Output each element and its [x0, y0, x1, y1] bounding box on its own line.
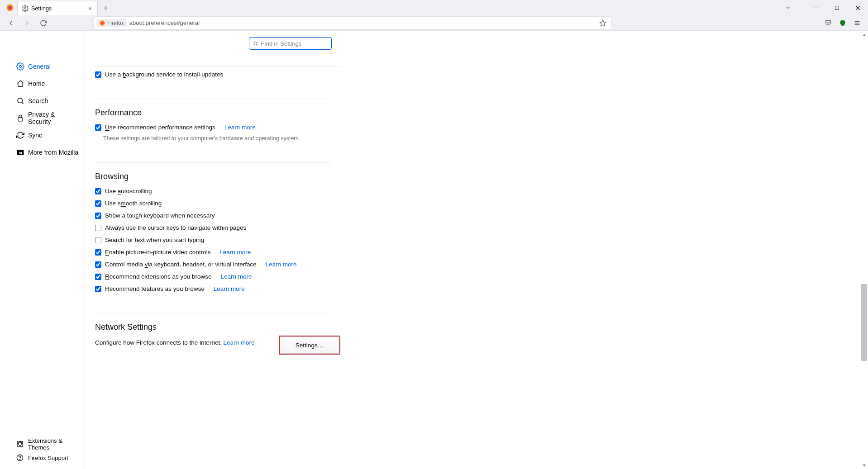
sidebar-item-support[interactable]: Firefox Support	[0, 451, 85, 464]
sidebar-item-label: Search	[28, 97, 48, 104]
perf-hint: These settings are tailored to your comp…	[103, 133, 340, 144]
recommended-perf-checkbox[interactable]	[95, 124, 101, 131]
row-background-service: Use a background service to install upda…	[95, 68, 340, 81]
autoscroll-checkbox[interactable]	[95, 188, 101, 194]
navbar: Firefox about:preferences#general	[0, 15, 868, 31]
maximize-button[interactable]	[826, 0, 847, 15]
svg-point-15	[18, 98, 23, 103]
pip-learn-more-link[interactable]: Learn more	[219, 249, 251, 256]
gear-icon	[21, 5, 29, 12]
close-window-button[interactable]	[847, 0, 868, 15]
sidebar-bottom: Extensions & Themes Firefox Support	[0, 437, 85, 469]
rec-ext-label[interactable]: Recommend extensions as you browse	[105, 273, 212, 280]
sidebar-item-general[interactable]: General	[0, 58, 85, 75]
background-service-checkbox[interactable]	[95, 71, 101, 78]
back-button[interactable]	[4, 16, 18, 30]
row-recommended-perf: Use recommended performance settings Lea…	[95, 121, 340, 133]
pip-checkbox[interactable]	[95, 249, 101, 256]
content: General Home Search Privacy & Security S…	[0, 31, 868, 469]
svg-rect-5	[835, 6, 839, 9]
vertical-scrollbar[interactable]: ▴ ▾	[860, 31, 868, 469]
tab-strip: Settings × +	[0, 0, 112, 15]
rec-feat-learn-more-link[interactable]: Learn more	[214, 285, 245, 292]
toolbar-right	[821, 16, 864, 30]
home-icon	[16, 80, 24, 88]
sidebar-item-more-mozilla[interactable]: m More from Mozilla	[0, 144, 85, 161]
svg-point-14	[19, 66, 22, 68]
cursor-keys-label[interactable]: Always use the cursor keys to navigate w…	[105, 224, 246, 231]
sidebar-item-search[interactable]: Search	[0, 92, 85, 109]
identity-label: Firefox	[107, 20, 124, 26]
touch-kb-checkbox[interactable]	[95, 213, 101, 219]
sidebar-item-label: Extensions & Themes	[28, 437, 79, 451]
row-pip: Enable picture-in-picture video controls…	[95, 246, 340, 258]
search-typing-label[interactable]: Search for text when you start typing	[105, 237, 204, 243]
app-menu-button[interactable]	[850, 16, 864, 30]
sidebar-item-label: More from Mozilla	[28, 149, 78, 156]
row-rec-feat: Recommend features as you browse Learn m…	[95, 283, 340, 295]
identity-box[interactable]: Firefox	[96, 19, 127, 27]
sidebar-item-label: Sync	[28, 132, 42, 139]
reload-button[interactable]	[36, 16, 51, 30]
window-controls	[806, 0, 868, 15]
row-cursor-keys: Always use the cursor keys to navigate w…	[95, 222, 340, 234]
sidebar-item-privacy[interactable]: Privacy & Security	[0, 109, 85, 127]
rec-ext-checkbox[interactable]	[95, 274, 101, 280]
perf-learn-more-link[interactable]: Learn more	[224, 124, 256, 131]
forward-button[interactable]	[20, 16, 34, 30]
scroll-down-arrow-icon[interactable]: ▾	[860, 461, 868, 469]
network-desc: Configure how Firefox connects to the in…	[95, 339, 222, 346]
media-learn-more-link[interactable]: Learn more	[265, 261, 296, 268]
row-rec-ext: Recommend extensions as you browse Learn…	[95, 270, 340, 283]
close-icon[interactable]: ×	[86, 5, 94, 12]
pip-label[interactable]: Enable picture-in-picture video controls	[105, 249, 210, 256]
cursor-keys-checkbox[interactable]	[95, 225, 101, 231]
divider	[95, 66, 340, 66]
list-all-tabs-button[interactable]	[780, 0, 796, 15]
media-ctrl-checkbox[interactable]	[95, 261, 101, 268]
sidebar-item-sync[interactable]: Sync	[0, 127, 85, 144]
svg-point-21	[19, 459, 20, 460]
network-settings-button[interactable]: Settings…	[280, 336, 339, 354]
media-ctrl-label[interactable]: Control media via keyboard, headset, or …	[105, 261, 257, 268]
divider	[95, 313, 330, 313]
scrollbar-thumb[interactable]	[861, 284, 867, 361]
svg-marker-10	[600, 20, 606, 26]
divider	[95, 162, 330, 163]
new-tab-button[interactable]: +	[100, 2, 112, 14]
bookmark-star-icon[interactable]	[597, 18, 608, 28]
search-typing-checkbox[interactable]	[95, 237, 101, 243]
sidebar-item-label: Home	[28, 80, 45, 87]
tab-title: Settings	[31, 5, 84, 12]
url-bar[interactable]: Firefox about:preferences#general	[93, 16, 611, 30]
svg-point-2	[9, 7, 11, 9]
tracking-protection-icon[interactable]	[835, 16, 850, 30]
smooth-scroll-label[interactable]: Use smooth scrolling	[105, 200, 162, 207]
save-to-pocket-button[interactable]	[821, 16, 835, 30]
settings-main: Use a background service to install upda…	[85, 31, 868, 469]
background-service-label[interactable]: Use a background service to install upda…	[105, 71, 223, 78]
rec-ext-learn-more-link[interactable]: Learn more	[220, 273, 252, 280]
recommended-perf-label[interactable]: Use recommended performance settings	[105, 124, 215, 131]
sidebar-item-label: Firefox Support	[28, 455, 68, 461]
minimize-button[interactable]	[806, 0, 826, 15]
settings-body: Use a background service to install upda…	[95, 31, 340, 355]
puzzle-icon	[16, 441, 24, 448]
smooth-scroll-checkbox[interactable]	[95, 200, 101, 207]
rec-feat-label[interactable]: Recommend features as you browse	[105, 285, 205, 292]
autoscroll-label[interactable]: Use autoscrolling	[105, 188, 152, 194]
scroll-up-arrow-icon[interactable]: ▴	[860, 31, 868, 38]
svg-point-9	[101, 21, 104, 24]
sidebar-list: General Home Search Privacy & Security S…	[0, 58, 85, 437]
network-learn-more-link[interactable]: Learn more	[224, 339, 255, 346]
sidebar-item-extensions[interactable]: Extensions & Themes	[0, 437, 85, 451]
tab-settings[interactable]: Settings ×	[17, 1, 98, 15]
row-media-ctrl: Control media via keyboard, headset, or …	[95, 258, 340, 270]
lock-icon	[16, 114, 24, 122]
svg-line-16	[22, 102, 23, 104]
url-text: about:preferences#general	[129, 19, 595, 26]
touch-kb-label[interactable]: Show a touch keyboard when necessary	[105, 212, 215, 219]
svg-point-3	[24, 8, 26, 9]
rec-feat-checkbox[interactable]	[95, 286, 101, 292]
sidebar-item-home[interactable]: Home	[0, 75, 85, 92]
